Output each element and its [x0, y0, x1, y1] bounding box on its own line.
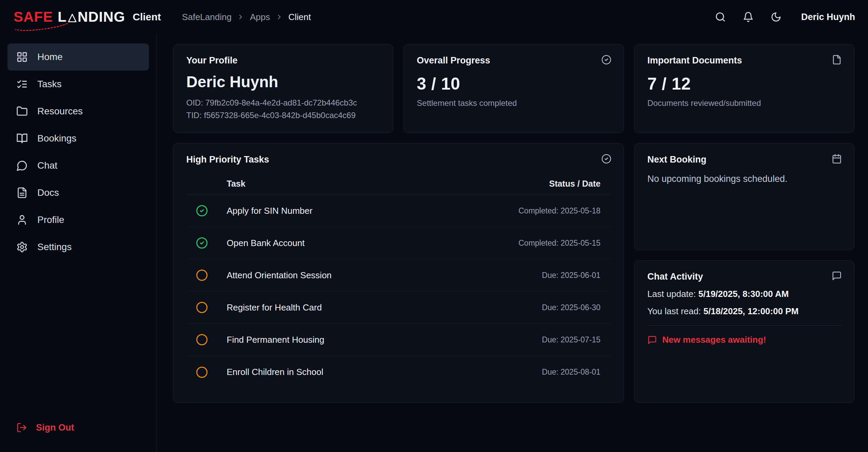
task-name: Register for Health Card	[227, 302, 322, 313]
task-status: Due: 2025-07-15	[542, 335, 611, 344]
moon-icon	[771, 12, 781, 22]
checklist-icon	[16, 78, 28, 90]
sidebar-item-docs[interactable]: Docs	[7, 179, 149, 206]
sidebar-item-label: Docs	[37, 187, 59, 198]
task-row: Find Permanent Housing Due: 2025-07-15	[186, 324, 611, 356]
chat-last-read-value: 5/18/2025, 12:00:00 PM	[703, 306, 798, 316]
chat-alert-label: New messages awaiting!	[662, 335, 766, 345]
task-status: Completed: 2025-05-18	[518, 206, 611, 215]
pending-circle-icon	[196, 269, 208, 281]
profile-tid: TID: f5657328-665e-4c03-842b-d45b0cac4c6…	[186, 109, 380, 121]
logo-word-safe: SAFE	[14, 9, 53, 25]
search-button[interactable]	[713, 10, 728, 24]
chat-card-title: Chat Activity	[647, 271, 841, 282]
sidebar-item-label: Tasks	[37, 79, 62, 90]
task-row: Enroll Children in School Due: 2025-08-0…	[186, 356, 611, 388]
task-name: Apply for SIN Number	[227, 206, 313, 216]
book-open-icon	[16, 133, 28, 144]
tasks-table: Task Status / Date Apply for SIN Number …	[186, 173, 611, 388]
user-icon	[16, 214, 28, 226]
chat-last-update-value: 5/19/2025, 8:30:00 AM	[698, 289, 789, 299]
chat-last-read-label: You last read:	[647, 306, 701, 316]
chat-divider	[647, 325, 841, 326]
task-row: Open Bank Account Completed: 2025-05-15	[186, 227, 611, 259]
task-status: Due: 2025-06-30	[542, 303, 611, 312]
task-row: Register for Health Card Due: 2025-06-30	[186, 291, 611, 324]
chat-activity-card: Chat Activity Last update: 5/19/2025, 8:…	[634, 260, 854, 403]
pending-circle-icon	[196, 334, 208, 346]
next-booking-card: Next Booking No upcoming bookings schedu…	[634, 143, 854, 250]
search-icon	[715, 12, 726, 22]
documents-subtitle: Documents reviewed/submitted	[647, 98, 841, 108]
sidebar-item-label: Bookings	[37, 133, 76, 144]
task-status: Due: 2025-08-01	[542, 368, 611, 377]
logo-landing-post: NDING	[78, 9, 125, 25]
sidebar-item-home[interactable]: Home	[7, 43, 149, 71]
booking-message: No upcoming bookings scheduled.	[647, 174, 841, 184]
user-menu[interactable]: Deric Huynh	[801, 12, 855, 22]
column-header-task: Task	[227, 179, 245, 189]
progress-card-title: Overall Progress	[417, 55, 610, 66]
breadcrumb-item-safelanding[interactable]: SafeLanding	[182, 12, 231, 22]
task-name: Open Bank Account	[227, 238, 305, 248]
logo[interactable]: SAFE LNDING	[14, 9, 125, 25]
grid-icon	[16, 51, 28, 63]
chevron-right-icon	[237, 13, 244, 21]
sidebar-item-label: Resources	[37, 106, 83, 117]
pending-circle-icon	[196, 366, 208, 378]
chat-last-read: You last read: 5/18/2025, 12:00:00 PM	[647, 306, 841, 317]
sign-out-label: Sign Out	[36, 422, 74, 433]
app-label: Client	[133, 11, 161, 23]
booking-card-title: Next Booking	[647, 154, 841, 165]
chat-alert[interactable]: New messages awaiting!	[647, 335, 841, 345]
check-circle-icon	[196, 205, 208, 217]
sidebar-item-tasks[interactable]: Tasks	[7, 71, 149, 98]
top-bar: SAFE LNDING Client SafeLanding Apps Clie…	[0, 0, 868, 34]
sidebar-item-settings[interactable]: Settings	[7, 233, 149, 261]
breadcrumb-item-client: Client	[288, 12, 311, 22]
sidebar-item-resources[interactable]: Resources	[7, 98, 149, 125]
documents-card-title: Important Documents	[647, 55, 841, 66]
theme-toggle-button[interactable]	[769, 10, 784, 24]
profile-name: Deric Huynh	[186, 73, 380, 91]
chat-last-update: Last update: 5/19/2025, 8:30:00 AM	[647, 289, 841, 299]
sidebar: Home Tasks Resources Bookings Chat Docs …	[0, 34, 157, 452]
progress-card: Overall Progress 3 / 10 Settlement tasks…	[403, 44, 624, 133]
column-header-status: Status / Date	[549, 179, 610, 189]
profile-oid: OID: 79fb2c09-8e4a-4e2d-ad81-dc72b446cb3…	[186, 96, 380, 109]
task-status: Due: 2025-06-01	[542, 271, 611, 280]
tasks-card-title: High Priority Tasks	[186, 154, 611, 165]
logout-icon	[16, 422, 27, 433]
progress-subtitle: Settlement tasks completed	[417, 98, 610, 108]
profile-ids: OID: 79fb2c09-8e4a-4e2d-ad81-dc72b446cb3…	[186, 96, 380, 121]
sidebar-item-label: Chat	[37, 160, 57, 171]
breadcrumb-item-apps[interactable]: Apps	[250, 12, 270, 22]
gear-icon	[16, 241, 28, 253]
sidebar-item-bookings[interactable]: Bookings	[7, 125, 149, 152]
task-name: Enroll Children in School	[227, 367, 323, 377]
file-icon	[832, 55, 842, 65]
calendar-icon	[832, 154, 842, 164]
chat-last-update-label: Last update:	[647, 289, 696, 299]
check-circle-icon	[601, 154, 611, 164]
message-square-icon	[647, 335, 657, 345]
chevron-right-icon	[276, 13, 283, 21]
top-bar-actions: Deric Huynh	[713, 10, 855, 24]
sign-out-button[interactable]: Sign Out	[7, 417, 149, 438]
task-name: Find Permanent Housing	[227, 335, 324, 345]
documents-card: Important Documents 7 / 12 Documents rev…	[634, 44, 854, 133]
task-row: Attend Orientation Session Due: 2025-06-…	[186, 259, 611, 291]
main-content: Your Profile Deric Huynh OID: 79fb2c09-8…	[157, 34, 868, 452]
plane-triangle-icon	[68, 12, 77, 24]
notifications-button[interactable]	[741, 10, 756, 24]
sidebar-item-label: Profile	[37, 214, 64, 225]
breadcrumb: SafeLanding Apps Client	[182, 12, 311, 22]
logo-word-landing: LNDING	[58, 9, 125, 25]
folder-icon	[16, 106, 28, 117]
sidebar-item-chat[interactable]: Chat	[7, 152, 149, 179]
task-name: Attend Orientation Session	[227, 270, 332, 281]
progress-value: 3 / 10	[417, 74, 610, 94]
sidebar-item-profile[interactable]: Profile	[7, 206, 149, 233]
tasks-table-header: Task Status / Date	[186, 173, 611, 195]
task-row: Apply for SIN Number Completed: 2025-05-…	[186, 195, 611, 227]
